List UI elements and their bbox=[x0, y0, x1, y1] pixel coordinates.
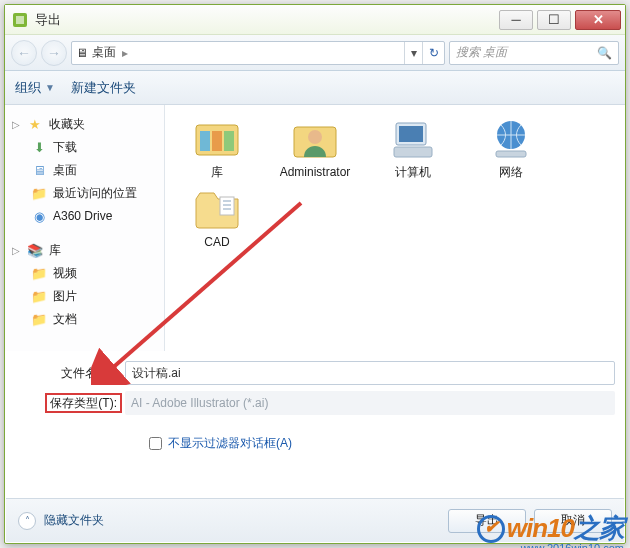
sidebar-desktop[interactable]: 🖥 桌面 bbox=[9, 159, 160, 182]
svg-rect-13 bbox=[220, 197, 234, 215]
export-dialog: 导出 ─ ☐ ✕ ← → 🖥 桌面 ▸ ▾ ↻ 搜索 桌面 🔍 组织 ▼ 新建文… bbox=[4, 4, 626, 544]
star-icon: ★ bbox=[27, 117, 43, 133]
savetype-dropdown[interactable]: AI - Adobe Illustrator (*.ai) bbox=[125, 391, 615, 415]
arrow-left-icon: ← bbox=[17, 45, 31, 61]
hide-folders-link[interactable]: 隐藏文件夹 bbox=[44, 512, 104, 529]
sidebar-pictures[interactable]: 📁 图片 bbox=[9, 285, 160, 308]
back-button[interactable]: ← bbox=[11, 40, 37, 66]
form-area: 文件名(N): 保存类型(T): AI - Adobe Illustrator … bbox=[5, 351, 625, 462]
refresh-icon[interactable]: ↻ bbox=[422, 42, 444, 64]
search-icon: 🔍 bbox=[597, 46, 612, 60]
user-folder-icon bbox=[287, 115, 343, 163]
breadcrumb-separator-icon: ▸ bbox=[116, 46, 134, 60]
item-cad[interactable]: CAD bbox=[177, 185, 257, 249]
filename-row: 文件名(N): bbox=[23, 361, 615, 385]
body: ▷ ★ 收藏夹 ⬇ 下载 🖥 桌面 📁 最近访问的位置 ◉ A360 Drive bbox=[5, 105, 625, 351]
svg-point-7 bbox=[308, 130, 322, 144]
savetype-label: 保存类型(T): bbox=[23, 395, 117, 412]
filter-checkbox-row: 不显示过滤器对话框(A) bbox=[149, 435, 615, 452]
footer: ˄ 隐藏文件夹 导出 取消 bbox=[6, 498, 624, 542]
hide-filter-label: 不显示过滤器对话框(A) bbox=[168, 435, 292, 452]
new-folder-button[interactable]: 新建文件夹 bbox=[71, 79, 136, 97]
picture-icon: 📁 bbox=[31, 289, 47, 305]
search-input[interactable]: 搜索 桌面 🔍 bbox=[449, 41, 619, 65]
address-bar[interactable]: 🖥 桌面 ▸ ▾ ↻ bbox=[71, 41, 445, 65]
svg-rect-3 bbox=[200, 131, 210, 151]
svg-rect-9 bbox=[399, 126, 423, 142]
sidebar-favorites[interactable]: ▷ ★ 收藏夹 bbox=[9, 113, 160, 136]
svg-rect-12 bbox=[496, 151, 526, 157]
desktop-icon: 🖥 bbox=[72, 46, 92, 60]
arrow-right-icon: → bbox=[47, 45, 61, 61]
filename-input[interactable] bbox=[125, 361, 615, 385]
sidebar-downloads[interactable]: ⬇ 下载 bbox=[9, 136, 160, 159]
organize-button[interactable]: 组织 ▼ bbox=[15, 79, 55, 97]
download-icon: ⬇ bbox=[31, 140, 47, 156]
folder-icon bbox=[189, 185, 245, 233]
expand-icon: ▷ bbox=[11, 119, 21, 130]
sidebar-a360[interactable]: ◉ A360 Drive bbox=[9, 205, 160, 227]
document-icon: 📁 bbox=[31, 312, 47, 328]
svg-rect-4 bbox=[212, 131, 222, 151]
video-icon: 📁 bbox=[31, 266, 47, 282]
sidebar-documents[interactable]: 📁 文档 bbox=[9, 308, 160, 331]
app-icon bbox=[11, 11, 29, 29]
cancel-button[interactable]: 取消 bbox=[534, 509, 612, 533]
network-icon bbox=[483, 115, 539, 163]
item-libraries[interactable]: 库 bbox=[177, 115, 257, 179]
search-placeholder: 搜索 桌面 bbox=[456, 44, 507, 61]
window-title: 导出 bbox=[35, 11, 499, 29]
cloud-icon: ◉ bbox=[31, 208, 47, 224]
minimize-button[interactable]: ─ bbox=[499, 10, 533, 30]
expand-icon: ▷ bbox=[11, 245, 21, 256]
sidebar-videos[interactable]: 📁 视频 bbox=[9, 262, 160, 285]
file-list[interactable]: 库 Administrator 计算机 网络 bbox=[165, 105, 625, 351]
address-dropdown-icon[interactable]: ▾ bbox=[404, 42, 422, 64]
svg-rect-5 bbox=[224, 131, 234, 151]
item-network[interactable]: 网络 bbox=[471, 115, 551, 179]
hide-filter-checkbox[interactable] bbox=[149, 437, 162, 450]
item-computer[interactable]: 计算机 bbox=[373, 115, 453, 179]
location-text: 桌面 bbox=[92, 44, 116, 61]
library-icon: 📚 bbox=[27, 243, 43, 259]
chevron-down-icon: ▼ bbox=[45, 82, 55, 93]
close-button[interactable]: ✕ bbox=[575, 10, 621, 30]
toolbar: 组织 ▼ 新建文件夹 bbox=[5, 71, 625, 105]
filename-label: 文件名(N): bbox=[23, 365, 117, 382]
svg-rect-10 bbox=[394, 147, 432, 157]
nav-bar: ← → 🖥 桌面 ▸ ▾ ↻ 搜索 桌面 🔍 bbox=[5, 35, 625, 71]
titlebar: 导出 ─ ☐ ✕ bbox=[5, 5, 625, 35]
svg-rect-1 bbox=[16, 16, 24, 24]
sidebar-recent[interactable]: 📁 最近访问的位置 bbox=[9, 182, 160, 205]
item-administrator[interactable]: Administrator bbox=[275, 115, 355, 179]
sidebar: ▷ ★ 收藏夹 ⬇ 下载 🖥 桌面 📁 最近访问的位置 ◉ A360 Drive bbox=[5, 105, 165, 351]
library-icon bbox=[189, 115, 245, 163]
recent-icon: 📁 bbox=[31, 186, 47, 202]
computer-icon bbox=[385, 115, 441, 163]
desktop-icon: 🖥 bbox=[31, 163, 47, 179]
forward-button[interactable]: → bbox=[41, 40, 67, 66]
sidebar-libraries[interactable]: ▷ 📚 库 bbox=[9, 239, 160, 262]
export-button[interactable]: 导出 bbox=[448, 509, 526, 533]
savetype-row: 保存类型(T): AI - Adobe Illustrator (*.ai) bbox=[23, 391, 615, 415]
expand-folders-icon[interactable]: ˄ bbox=[18, 512, 36, 530]
maximize-button[interactable]: ☐ bbox=[537, 10, 571, 30]
